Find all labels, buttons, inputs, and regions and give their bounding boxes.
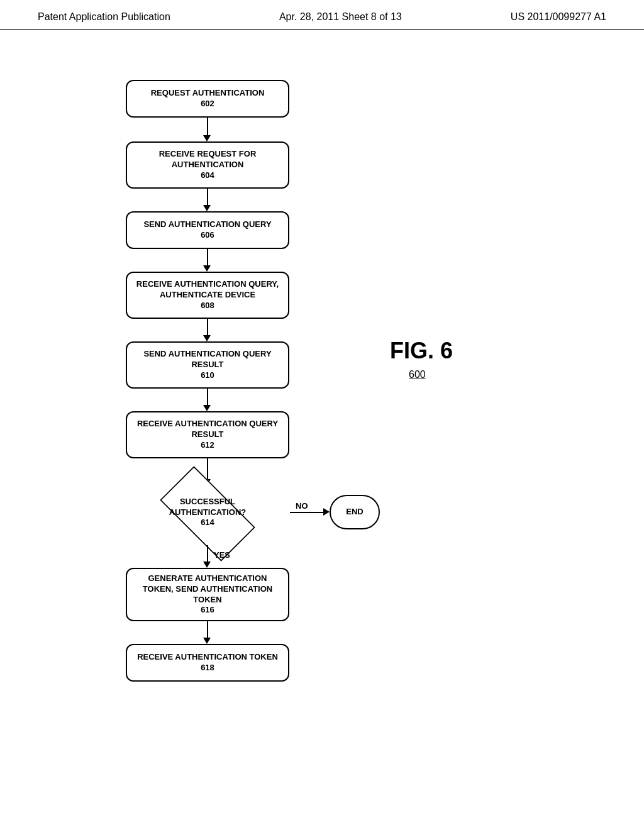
arrow-616-618 [207, 621, 208, 639]
box-610: SEND AUTHENTICATION QUERY RESULT 610 [126, 341, 289, 389]
box-end: END [330, 495, 380, 529]
fig-label: FIG. 6 [390, 338, 453, 364]
box-602: REQUEST AUTHENTICATION 602 [126, 80, 289, 118]
page-header: Patent Application Publication Apr. 28, … [0, 0, 644, 30]
header-right: US 2011/0099277 A1 [511, 11, 606, 23]
arrowhead-yes [203, 562, 211, 568]
yes-label: YES [214, 550, 230, 560]
arrow-608-610 [207, 319, 208, 336]
arrow-602-604 [207, 118, 208, 136]
arrow-612-614 [207, 458, 208, 480]
box-606: SEND AUTHENTICATION QUERY 606 [126, 211, 289, 249]
fig-number: 600 [409, 369, 426, 380]
arrow-yes-line [207, 545, 208, 563]
box-604: RECEIVE REQUEST FOR AUTHENTICATION 604 [126, 141, 289, 189]
arrowhead-610-612 [203, 405, 211, 411]
box-616: GENERATE AUTHENTICATION TOKEN, SEND AUTH… [126, 568, 289, 621]
box-618: RECEIVE AUTHENTICATION TOKEN 618 [126, 644, 289, 682]
box-612: RECEIVE AUTHENTICATION QUERY RESULT 612 [126, 411, 289, 458]
box-608: RECEIVE AUTHENTICATION QUERY, AUTHENTICA… [126, 272, 289, 319]
header-left: Patent Application Publication [38, 11, 170, 23]
arrowhead-602-604 [203, 135, 211, 141]
diagram-area: REQUEST AUTHENTICATION 602 RECEIVE REQUE… [0, 30, 644, 822]
arrow-no [290, 512, 325, 513]
arrowhead-606-608 [203, 265, 211, 272]
arrowhead-no [323, 508, 330, 516]
arrow-610-612 [207, 389, 208, 406]
arrow-604-606 [207, 189, 208, 206]
header-center: Apr. 28, 2011 Sheet 8 of 13 [279, 11, 402, 23]
arrowhead-608-610 [203, 335, 211, 341]
arrowhead-604-606 [203, 205, 211, 211]
no-label: NO [296, 501, 308, 511]
arrow-606-608 [207, 249, 208, 267]
diamond-614-label: SUCCESSFUL AUTHENTICATION? 614 [126, 481, 289, 544]
arrowhead-616-618 [203, 638, 211, 644]
